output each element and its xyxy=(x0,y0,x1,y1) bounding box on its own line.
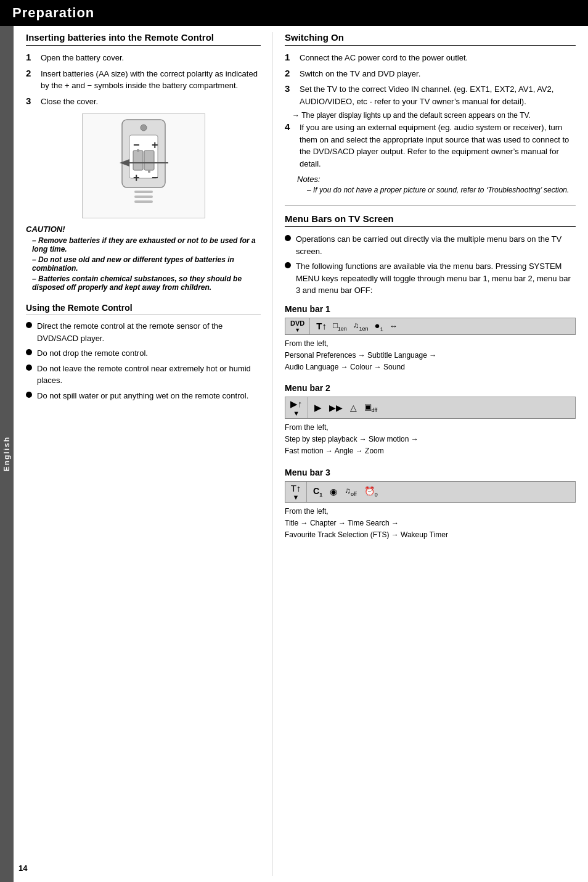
mb3-icon-timesearch: ◉ xyxy=(330,487,337,497)
switch-step-2: 2 Switch on the TV and DVD player. xyxy=(285,68,576,80)
svg-rect-4 xyxy=(133,150,143,170)
caution-title: CAUTION! xyxy=(26,225,261,234)
step-2-number: 2 xyxy=(26,68,37,78)
svg-rect-14 xyxy=(134,196,153,198)
menu-bar-1-section: Menu bar 1 DVD ▼ T↑ □1en ♫1en ●1 xyxy=(285,304,576,374)
svg-rect-15 xyxy=(134,200,153,203)
svg-rect-5 xyxy=(137,149,139,152)
svg-text:+: + xyxy=(133,171,140,184)
mb1-icon-sub: □1en xyxy=(333,321,347,332)
mb2-step-icon: ▶↑ ▼ xyxy=(285,397,308,418)
caution-item-1: – Remove batteries if they are exhausted… xyxy=(26,236,261,253)
svg-text:+: + xyxy=(152,139,158,151)
svg-rect-13 xyxy=(134,191,153,193)
svg-text:−: − xyxy=(152,171,158,184)
menu-bar-3-section: Menu bar 3 T↑ ▼ C1 ◉ ♫off ⏰0 xyxy=(285,468,576,542)
mb1-dvd-label: DVD ▼ xyxy=(285,318,310,334)
switch-step-4: 4 If you are using an external equipment… xyxy=(285,122,576,170)
mb2-icon-angle: △ xyxy=(350,403,357,413)
section-batteries: Inserting batteries into the Remote Cont… xyxy=(26,32,261,292)
switch-step-2-num: 2 xyxy=(285,68,296,78)
remote-bullet-2: Do not drop the remote control. xyxy=(26,347,261,360)
notes-item-1: – If you do not have a proper picture or… xyxy=(297,186,576,194)
section-using-remote: Using the Remote Control Direct the remo… xyxy=(26,303,261,402)
battery-image-container: − + + − xyxy=(82,113,205,218)
mb2-icons-row: ▶ ▶▶ △ ▣dff xyxy=(308,397,576,418)
mb1-desc: From the left, Personal Preferences → Su… xyxy=(285,338,576,374)
content-area: English Inserting batteries into the Rem… xyxy=(0,26,588,882)
side-tab: English xyxy=(0,26,14,882)
menu-bullet-list: Operations can be carried out directly v… xyxy=(285,233,576,297)
page-title: Preparation xyxy=(12,5,94,20)
step-3-text: Close the cover. xyxy=(41,96,98,108)
main-content: Inserting batteries into the Remote Cont… xyxy=(14,26,588,882)
notes-title: Notes: xyxy=(297,175,576,184)
bullet-icon-2 xyxy=(26,349,32,355)
section-batteries-title: Inserting batteries into the Remote Cont… xyxy=(26,32,261,46)
mb2-icon-zoom: ▣dff xyxy=(364,402,378,413)
remote-bullet-3: Do not leave the remote control near ext… xyxy=(26,363,261,387)
caution-box: CAUTION! – Remove batteries if they are … xyxy=(26,225,261,292)
menu-bullet-icon-2 xyxy=(285,262,291,268)
caution-item-2: – Do not use old and new or different ty… xyxy=(26,255,261,273)
mb3-desc: From the left, Title → Chapter → Time Se… xyxy=(285,506,576,542)
switch-step-4-num: 4 xyxy=(285,122,296,132)
menu-bar-1-title: Menu bar 1 xyxy=(285,304,576,314)
remote-bullet-1: Direct the remote control at the remote … xyxy=(26,320,261,344)
menu-bullet-2: The following functions are available vi… xyxy=(285,260,576,297)
switch-step-1: 1 Connect the AC power cord to the power… xyxy=(285,52,576,64)
notes-section: Notes: – If you do not have a proper pic… xyxy=(297,175,576,194)
menu-bar-2-title: Menu bar 2 xyxy=(285,383,576,393)
switch-step-1-num: 1 xyxy=(285,52,296,62)
switch-step-3-num: 3 xyxy=(285,83,296,94)
svg-rect-7 xyxy=(148,170,150,173)
mb2-icon-play: ▶ xyxy=(314,402,322,413)
mb1-icon-colour: ●1 xyxy=(375,320,383,332)
step-1-number: 1 xyxy=(26,52,37,62)
section-menu-bars: Menu Bars on TV Screen Operations can be… xyxy=(285,213,576,541)
section-switching-on: Switching On 1 Connect the AC power cord… xyxy=(285,32,576,194)
menu-bar-2-visual: ▶↑ ▼ ▶ ▶▶ △ ▣dff xyxy=(285,397,576,419)
step-1-row: 1 Open the battery cover. xyxy=(26,52,261,64)
page: Preparation English Inserting batteries … xyxy=(0,0,588,882)
mb3-icon-wakeup: ⏰0 xyxy=(364,486,378,498)
separator xyxy=(285,205,576,206)
battery-diagram: − + + − xyxy=(85,117,202,215)
menu-bar-1-visual: DVD ▼ T↑ □1en ♫1en ●1 ↔ xyxy=(285,318,576,335)
step-2-text: Insert batteries (AA size) with the corr… xyxy=(41,68,261,92)
menu-bullet-icon-1 xyxy=(285,235,291,241)
remote-bullet-4: Do not spill water or put anything wet o… xyxy=(26,390,261,402)
mb3-icon-fts: ♫off xyxy=(345,486,357,497)
menu-bar-3-visual: T↑ ▼ C1 ◉ ♫off ⏰0 xyxy=(285,481,576,503)
step-3-number: 3 xyxy=(26,96,37,106)
mb3-title-icon: T↑ ▼ xyxy=(285,482,307,502)
mb1-icons-row: T↑ □1en ♫1en ●1 ↔ xyxy=(310,318,575,334)
section-menu-bars-title: Menu Bars on TV Screen xyxy=(285,213,576,227)
mb3-icons-row: C1 ◉ ♫off ⏰0 xyxy=(307,482,575,502)
page-number: 14 xyxy=(18,863,27,873)
mb1-icon-ta: T↑ xyxy=(316,321,327,331)
menu-bar-3-title: Menu bar 3 xyxy=(285,468,576,477)
mb1-icon-sound: ↔ xyxy=(390,321,398,331)
step-3-row: 3 Close the cover. xyxy=(26,96,261,108)
switch-step-4-text: If you are using an external equipment (… xyxy=(300,122,576,170)
mb2-desc: From the left, Step by step playback → S… xyxy=(285,422,576,458)
bullet-icon-3 xyxy=(26,365,32,371)
left-column: Inserting batteries into the Remote Cont… xyxy=(14,32,272,876)
switch-step-2-text: Switch on the TV and DVD player. xyxy=(300,68,420,80)
switch-step-3-text: Set the TV to the correct Video IN chann… xyxy=(300,83,576,107)
mb3-icon-chapter: C1 xyxy=(313,486,322,498)
switch-step-1-text: Connect the AC power cord to the power o… xyxy=(300,52,468,64)
section-switching-title: Switching On xyxy=(285,32,576,46)
svg-point-12 xyxy=(141,125,147,131)
svg-rect-6 xyxy=(144,150,154,170)
step-1-text: Open the battery cover. xyxy=(41,52,124,64)
remote-bullet-list: Direct the remote control at the remote … xyxy=(26,320,261,402)
caution-item-3: – Batteries contain chemical substances,… xyxy=(26,274,261,292)
right-column: Switching On 1 Connect the AC power cord… xyxy=(272,32,588,876)
menu-bar-2-section: Menu bar 2 ▶↑ ▼ ▶ ▶▶ △ ▣dff xyxy=(285,383,576,458)
bullet-icon-4 xyxy=(26,392,32,398)
section-using-remote-title: Using the Remote Control xyxy=(26,303,261,315)
switch-step-3-arrow: → The player display lights up and the d… xyxy=(285,111,576,120)
mb1-icon-audio: ♫1en xyxy=(353,321,369,332)
